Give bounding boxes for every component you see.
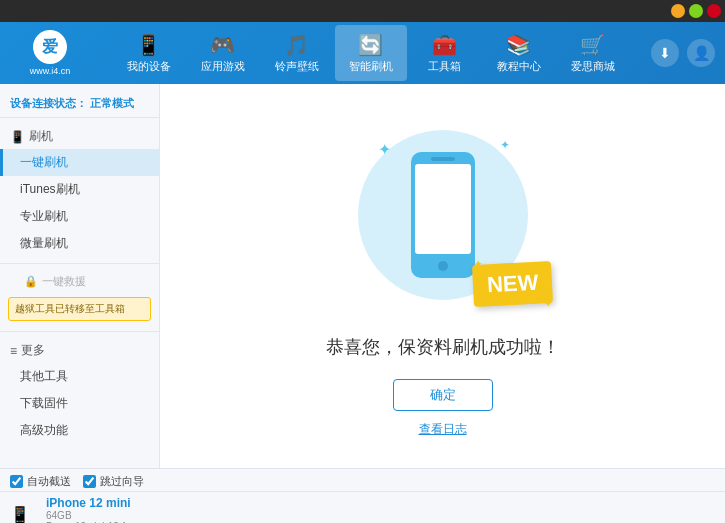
store-icon: 🛒 <box>580 33 605 57</box>
sidebar-item-itunes-flash[interactable]: iTunes刷机 <box>0 176 159 203</box>
maximize-button[interactable] <box>689 4 703 18</box>
nav-ringtones-label: 铃声壁纸 <box>275 59 319 74</box>
sparkle-tl-icon: ✦ <box>378 140 391 159</box>
nav-toolbox[interactable]: 🧰 工具箱 <box>409 25 481 81</box>
device-storage: 64GB <box>46 510 131 521</box>
more-section-label: 更多 <box>21 342 45 359</box>
sparkle-tr-icon: ✦ <box>500 138 510 152</box>
nav-right: ⬇ 👤 <box>651 39 715 67</box>
nav-ringtones[interactable]: 🎵 铃声壁纸 <box>261 25 333 81</box>
rescue-label: 一键救援 <box>42 274 86 289</box>
confirm-button[interactable]: 确定 <box>393 379 493 411</box>
nav-store-label: 爱思商城 <box>571 59 615 74</box>
sidebar-divider-2 <box>0 331 159 332</box>
user-button[interactable]: 👤 <box>687 39 715 67</box>
top-nav: 爱 www.i4.cn 📱 我的设备 🎮 应用游戏 🎵 铃声壁纸 🔄 智能刷机 … <box>0 22 725 84</box>
smart-flash-icon: 🔄 <box>358 33 383 57</box>
bottom-device-row: 📱 iPhone 12 mini 64GB Down-12mini-13,1 <box>0 492 725 523</box>
sidebar-item-download-firmware[interactable]: 下载固件 <box>0 390 159 417</box>
sidebar-item-dfu-flash[interactable]: 微量刷机 <box>0 230 159 257</box>
download-button[interactable]: ⬇ <box>651 39 679 67</box>
nav-tutorials-label: 教程中心 <box>497 59 541 74</box>
logo-area[interactable]: 爱 www.i4.cn <box>10 30 90 76</box>
logo-url: www.i4.cn <box>30 66 71 76</box>
dfu-flash-label: 微量刷机 <box>20 236 68 250</box>
bottom-checkboxes: 自动截送 跳过向导 <box>0 469 725 492</box>
content-area: ✦ ✦ NEW 恭喜您，保资料刷机成功啦！ 确定 查看日志 <box>160 84 725 468</box>
minimize-button[interactable] <box>671 4 685 18</box>
jailbreak-notice-text: 越狱工具已转移至工具箱 <box>15 303 125 314</box>
nav-my-device[interactable]: 📱 我的设备 <box>113 25 185 81</box>
ringtones-icon: 🎵 <box>284 33 309 57</box>
sidebar-item-pro-flash[interactable]: 专业刷机 <box>0 203 159 230</box>
daily-link[interactable]: 查看日志 <box>419 421 467 438</box>
title-bar <box>0 0 725 22</box>
jailbreak-notice: 越狱工具已转移至工具箱 <box>8 297 151 321</box>
device-info: iPhone 12 mini 64GB Down-12mini-13,1 <box>46 496 131 523</box>
status-bar: 设备连接状态： 正常模式 <box>0 92 159 118</box>
nav-my-device-label: 我的设备 <box>127 59 171 74</box>
auto-send-label: 自动截送 <box>27 474 71 489</box>
sidebar-divider-1 <box>0 263 159 264</box>
device-icon: 📱 <box>10 505 30 524</box>
sidebar-item-one-click-flash[interactable]: 一键刷机 <box>0 149 159 176</box>
logo-icon: 爱 <box>33 30 67 64</box>
sidebar-more-header[interactable]: ≡ 更多 <box>0 338 159 363</box>
nav-apps-games[interactable]: 🎮 应用游戏 <box>187 25 259 81</box>
status-label: 设备连接状态： <box>10 97 87 109</box>
sidebar-flash-header[interactable]: 📱 刷机 <box>0 124 159 149</box>
nav-smart-flash[interactable]: 🔄 智能刷机 <box>335 25 407 81</box>
other-tools-label: 其他工具 <box>20 369 68 383</box>
sidebar-section-flash: 📱 刷机 一键刷机 iTunes刷机 专业刷机 微量刷机 <box>0 122 159 259</box>
via-wizard-label: 跳过向导 <box>100 474 144 489</box>
svg-rect-3 <box>431 157 455 161</box>
auto-send-checkbox-group[interactable]: 自动截送 <box>10 474 71 489</box>
svg-point-2 <box>438 261 448 271</box>
itunes-flash-label: iTunes刷机 <box>20 182 80 196</box>
device-name: iPhone 12 mini <box>46 496 131 510</box>
via-wizard-checkbox-group[interactable]: 跳过向导 <box>83 474 144 489</box>
close-button[interactable] <box>707 4 721 18</box>
sidebar-rescue-disabled: 🔒 一键救援 <box>0 270 159 293</box>
download-firmware-label: 下载固件 <box>20 396 68 410</box>
success-message: 恭喜您，保资料刷机成功啦！ <box>326 335 560 359</box>
status-value: 正常模式 <box>90 97 134 109</box>
new-badge: NEW <box>472 260 553 306</box>
svg-rect-1 <box>415 164 471 254</box>
toolbox-icon: 🧰 <box>432 33 457 57</box>
sidebar-item-advanced[interactable]: 高级功能 <box>0 417 159 444</box>
main-area: 设备连接状态： 正常模式 📱 刷机 一键刷机 iTunes刷机 专业刷机 微量刷… <box>0 84 725 468</box>
via-wizard-checkbox[interactable] <box>83 475 96 488</box>
more-section-icon: ≡ <box>10 344 17 358</box>
nav-tutorials[interactable]: 📚 教程中心 <box>483 25 555 81</box>
nav-smart-flash-label: 智能刷机 <box>349 59 393 74</box>
lock-icon: 🔒 <box>24 275 38 288</box>
tutorials-icon: 📚 <box>506 33 531 57</box>
nav-items: 📱 我的设备 🎮 应用游戏 🎵 铃声壁纸 🔄 智能刷机 🧰 工具箱 📚 教程中心… <box>90 25 651 81</box>
sidebar-item-other-tools[interactable]: 其他工具 <box>0 363 159 390</box>
phone-svg <box>403 150 483 280</box>
my-device-icon: 📱 <box>136 33 161 57</box>
apps-games-icon: 🎮 <box>210 33 235 57</box>
pro-flash-label: 专业刷机 <box>20 209 68 223</box>
nav-toolbox-label: 工具箱 <box>428 59 461 74</box>
flash-section-label: 刷机 <box>29 128 53 145</box>
sidebar-section-more: ≡ 更多 其他工具 下载固件 高级功能 <box>0 336 159 446</box>
auto-send-checkbox[interactable] <box>10 475 23 488</box>
bottom-full-bar: 自动截送 跳过向导 📱 iPhone 12 mini 64GB Down-12m… <box>0 468 725 523</box>
nav-apps-games-label: 应用游戏 <box>201 59 245 74</box>
success-illustration: ✦ ✦ NEW <box>343 115 543 315</box>
sidebar: 设备连接状态： 正常模式 📱 刷机 一键刷机 iTunes刷机 专业刷机 微量刷… <box>0 84 160 468</box>
sidebar-section-rescue: 🔒 一键救援 越狱工具已转移至工具箱 <box>0 268 159 327</box>
advanced-label: 高级功能 <box>20 423 68 437</box>
one-click-flash-label: 一键刷机 <box>20 155 68 169</box>
flash-section-icon: 📱 <box>10 130 25 144</box>
nav-store[interactable]: 🛒 爱思商城 <box>557 25 629 81</box>
